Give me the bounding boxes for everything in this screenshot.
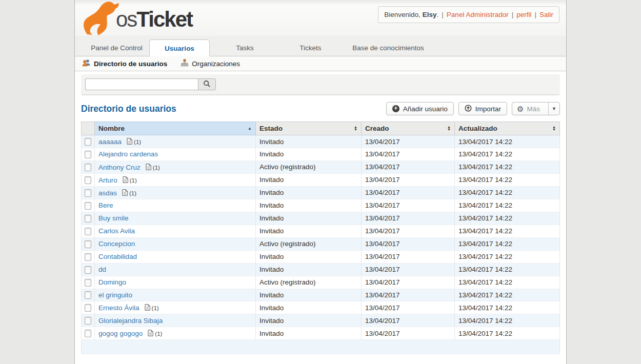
row-checkbox-cell bbox=[82, 199, 95, 212]
user-name-link[interactable]: Arturo bbox=[98, 176, 117, 184]
table-row: asdas(1)Invitado13/04/201713/04/2017 14:… bbox=[82, 186, 560, 199]
title-row: Directorio de usuarios + Añadir usuario … bbox=[81, 101, 560, 116]
user-name-link[interactable]: Concepcion bbox=[98, 240, 135, 248]
user-table: Nombre▲ Estado▲▼ Creado▲▼ Actualizado▲▼ … bbox=[81, 122, 560, 354]
row-checkbox[interactable] bbox=[85, 279, 91, 287]
user-name-link[interactable]: dd bbox=[98, 266, 106, 273]
row-checkbox-cell bbox=[82, 212, 95, 225]
user-created-cell: 13/04/2017 bbox=[362, 173, 455, 186]
osticket-logo: osTicket bbox=[79, 1, 192, 35]
row-checkbox[interactable] bbox=[85, 228, 91, 235]
user-name-link[interactable]: Carlos Avila bbox=[98, 227, 135, 235]
user-name-link[interactable]: Contabilidad bbox=[98, 253, 137, 260]
user-name-link[interactable]: Ernesto Ávila bbox=[98, 304, 139, 312]
user-status-cell: Invitado bbox=[256, 148, 362, 161]
top-header: osTicket Bienvenido,Elsy. | Panel Admini… bbox=[75, 0, 566, 36]
logout-link[interactable]: Salir bbox=[539, 11, 553, 18]
user-created-cell: 13/04/2017 bbox=[362, 212, 455, 225]
row-checkbox[interactable] bbox=[85, 291, 91, 299]
user-name-link[interactable]: aaaaaa bbox=[98, 138, 122, 146]
tab-tasks[interactable]: Tasks bbox=[210, 40, 280, 56]
user-name-link[interactable]: Domingo bbox=[98, 278, 126, 286]
user-name-link[interactable]: Anthony Cruz bbox=[98, 164, 141, 171]
more-button-main[interactable]: ⚙ Más bbox=[512, 103, 545, 115]
table-row: DomingoActivo (registrado)13/04/201713/0… bbox=[82, 276, 560, 289]
user-created-cell: 13/04/2017 bbox=[362, 289, 455, 301]
row-checkbox[interactable] bbox=[85, 151, 91, 158]
subnav-item-label: Directorio de usuarios bbox=[94, 60, 167, 68]
subnav-item-organizaciones[interactable]: Organizaciones bbox=[181, 59, 240, 68]
welcome-greeting: Bienvenido,Elsy. bbox=[384, 11, 438, 18]
row-checkbox-cell bbox=[82, 160, 95, 173]
more-button[interactable]: ⚙ Más ▼ bbox=[512, 102, 560, 115]
table-row: BereInvitado13/04/201713/04/2017 14:22 bbox=[82, 199, 560, 212]
row-checkbox-cell bbox=[82, 173, 95, 186]
column-header-nombre[interactable]: Nombre▲ bbox=[95, 122, 256, 135]
row-checkbox-cell bbox=[82, 263, 95, 276]
column-header-estado[interactable]: Estado▲▼ bbox=[256, 122, 362, 135]
user-created-cell: 13/04/2017 bbox=[362, 237, 455, 250]
tab-panel-de-control[interactable]: Panel de Control bbox=[84, 40, 149, 56]
user-updated-cell: 13/04/2017 14:22 bbox=[455, 186, 560, 199]
row-checkbox[interactable] bbox=[85, 253, 91, 261]
user-updated-cell: 13/04/2017 14:22 bbox=[455, 289, 560, 301]
tab-tickets[interactable]: Tickets bbox=[280, 40, 341, 56]
more-dropdown-toggle[interactable]: ▼ bbox=[548, 103, 559, 115]
user-status-cell: Activo (registrado) bbox=[256, 276, 362, 289]
column-header-actualizado[interactable]: Actualizado▲▼ bbox=[455, 122, 560, 135]
row-checkbox[interactable] bbox=[85, 266, 91, 274]
column-header-creado[interactable]: Creado▲▼ bbox=[362, 122, 455, 135]
row-checkbox-cell bbox=[82, 314, 95, 327]
row-checkbox[interactable] bbox=[85, 189, 91, 197]
row-checkbox-cell bbox=[82, 276, 95, 289]
document-count: (1) bbox=[153, 165, 160, 171]
tab-usuarios[interactable]: Usuarios bbox=[149, 39, 210, 56]
user-name-link[interactable]: Buy smile bbox=[98, 214, 129, 222]
profile-link[interactable]: perfil bbox=[516, 11, 531, 18]
user-status-cell: Invitado bbox=[256, 173, 362, 186]
search-button[interactable] bbox=[198, 78, 216, 90]
row-checkbox[interactable] bbox=[85, 317, 91, 325]
user-name-link[interactable]: Bere bbox=[98, 201, 113, 209]
import-button[interactable]: Importar bbox=[458, 102, 507, 115]
sort-both-icon: ▲▼ bbox=[354, 126, 357, 131]
search-input[interactable] bbox=[85, 78, 198, 90]
row-checkbox[interactable] bbox=[85, 330, 91, 337]
kangaroo-icon bbox=[80, 1, 131, 37]
user-status-cell: Activo (registrado) bbox=[256, 160, 362, 173]
row-checkbox[interactable] bbox=[85, 240, 91, 248]
user-name-link[interactable]: gogog gogogo bbox=[98, 330, 143, 337]
user-updated-cell: 13/04/2017 14:22 bbox=[455, 148, 560, 161]
subnav-item-label: Organizaciones bbox=[192, 60, 240, 68]
page-title: Directorio de usuarios bbox=[81, 104, 176, 114]
row-checkbox-cell bbox=[82, 301, 95, 314]
document-icon bbox=[123, 177, 128, 185]
user-name-cell: gogog gogogo(1) bbox=[95, 327, 256, 340]
user-name-link[interactable]: Alejandro cardenas bbox=[98, 150, 158, 158]
chevron-down-icon: ▼ bbox=[552, 106, 556, 111]
row-checkbox[interactable] bbox=[85, 164, 91, 171]
table-row-partial bbox=[82, 340, 560, 354]
user-created-cell: 13/04/2017 bbox=[362, 314, 455, 327]
admin-panel-link[interactable]: Panel Administrador bbox=[447, 11, 509, 18]
subnav-item-directorio-de-usuarios[interactable]: Directorio de usuarios bbox=[82, 59, 167, 68]
row-checkbox[interactable] bbox=[85, 304, 91, 312]
user-name-link[interactable]: asdas bbox=[98, 189, 117, 197]
toolbar: + Añadir usuario Importar ⚙ Más bbox=[386, 102, 560, 115]
row-checkbox-cell bbox=[82, 327, 95, 340]
row-checkbox[interactable] bbox=[85, 215, 91, 223]
user-name-link[interactable]: el gringuito bbox=[98, 291, 132, 299]
user-created-cell: 13/04/2017 bbox=[362, 148, 455, 161]
add-user-button[interactable]: + Añadir usuario bbox=[386, 102, 454, 115]
row-checkbox[interactable] bbox=[85, 202, 91, 210]
row-checkbox-cell bbox=[82, 289, 95, 301]
row-checkbox[interactable] bbox=[85, 176, 91, 184]
logo-ticket: Ticket bbox=[136, 7, 192, 31]
user-name-link[interactable]: Glorialejandra Sibaja bbox=[98, 317, 163, 325]
row-checkbox[interactable] bbox=[85, 138, 91, 146]
document-icon bbox=[145, 305, 150, 312]
table-row: Ernesto Ávila(1)Invitado13/04/201713/04/… bbox=[82, 301, 560, 314]
user-name-cell: Concepcion bbox=[95, 237, 256, 250]
tab-base-de-conocimientos[interactable]: Base de conocimientos bbox=[341, 40, 435, 56]
user-status-cell: Invitado bbox=[256, 327, 362, 340]
